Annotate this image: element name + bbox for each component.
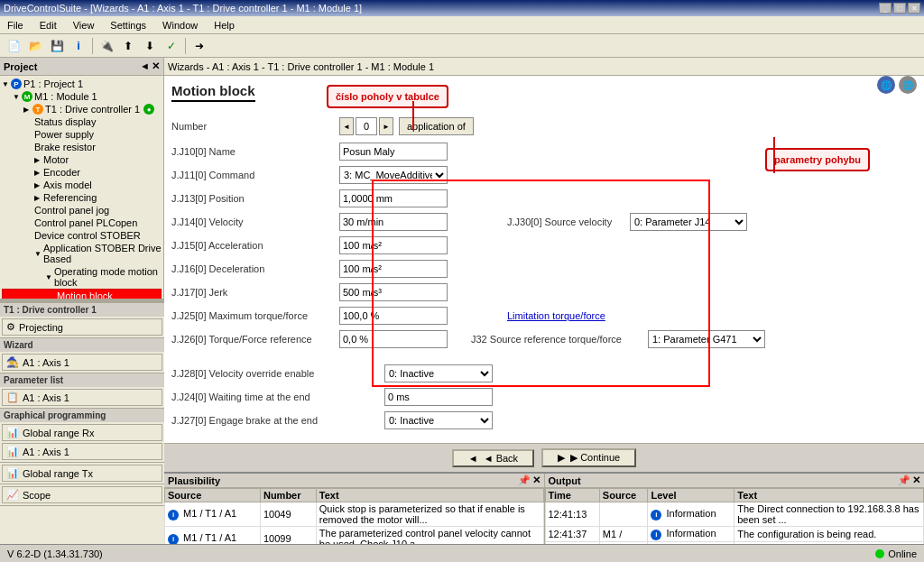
- menu-window[interactable]: Window: [159, 18, 201, 32]
- btn-scope[interactable]: 📈 Scope: [2, 486, 162, 503]
- title-bar: DriveControlSuite - [Wizards - A1 : Axis…: [0, 0, 924, 16]
- menu-edit[interactable]: Edit: [36, 18, 60, 32]
- menu-view[interactable]: View: [69, 18, 98, 32]
- menu-help[interactable]: Help: [210, 18, 238, 32]
- tree-item-status[interactable]: Status display: [2, 115, 162, 128]
- spacer2: [171, 434, 917, 438]
- tree-item-motor[interactable]: ▶Motor: [2, 153, 162, 166]
- output-close-icon[interactable]: ✕: [912, 474, 920, 486]
- plaus-close-icon[interactable]: ✕: [532, 474, 541, 486]
- field-position-input[interactable]: [339, 189, 448, 207]
- toolbar-arrow[interactable]: ➜: [189, 36, 209, 56]
- btn-projecting[interactable]: ⚙ Projecting: [2, 318, 162, 336]
- tree-item-cjog[interactable]: Control panel jog: [2, 204, 162, 217]
- field-torque-ref-input[interactable]: [339, 330, 448, 348]
- wizard-title: Motion block: [171, 83, 255, 102]
- number-row: Number ◄ 0 ► application of: [171, 116, 917, 136]
- maximize-btn[interactable]: □: [893, 3, 906, 14]
- tree-item-controller[interactable]: ▶ T T1 : Drive controller 1 ●: [2, 103, 162, 115]
- field-accel-input[interactable]: [339, 236, 448, 254]
- wizard-area: číslo poholy v tabulce parametry pohybu …: [164, 76, 924, 443]
- toolbar-open[interactable]: 📂: [25, 36, 45, 56]
- plaus-pin-icon[interactable]: 📌: [518, 474, 531, 486]
- menu-bar: File Edit View Settings Window Help: [0, 16, 924, 34]
- tree-item-encoder[interactable]: ▶Encoder: [2, 166, 162, 179]
- toolbar-connect[interactable]: 🔌: [97, 36, 116, 56]
- menu-settings[interactable]: Settings: [106, 18, 150, 32]
- field-command-select[interactable]: 3: MC_MoveAdditive 0: Inactive 1: MC_Mov…: [339, 166, 448, 184]
- next-btn[interactable]: ►: [379, 117, 393, 135]
- wait-input[interactable]: [384, 388, 493, 406]
- project-icon: P: [11, 78, 22, 89]
- project-panel-header: Project ◄ ✕: [0, 58, 163, 76]
- wizard-nav: ◄ ◄ Back ▶ ▶ Continue: [164, 443, 924, 472]
- tree-item-module[interactable]: ▼ M M1 : Module 1: [2, 90, 162, 103]
- toolbar-new[interactable]: 📄: [4, 36, 23, 56]
- minimize-btn[interactable]: _: [879, 3, 892, 14]
- menu-file[interactable]: File: [4, 18, 27, 32]
- tree-item-project[interactable]: ▼ P P1 : Project 1: [2, 78, 162, 90]
- field-command-row: J.J11[0] Command 3: MC_MoveAdditive 0: I…: [171, 165, 917, 185]
- app-of-button[interactable]: application of: [399, 117, 474, 135]
- panel-icon1[interactable]: ◄: [140, 60, 150, 72]
- tree-item-opmode[interactable]: ▼Operating mode motion block: [2, 265, 162, 289]
- field-jerk-input[interactable]: [339, 283, 448, 301]
- globe-icon1[interactable]: 🌐: [877, 76, 895, 94]
- field-position-row: J.J13[0] Position: [171, 189, 917, 208]
- continue-button[interactable]: ▶ ▶ Continue: [541, 448, 636, 467]
- field-decel-row: J.J16[0] Deceleration: [171, 259, 917, 279]
- j32-select[interactable]: 1: Parameter G471 0: Inactive: [648, 330, 765, 348]
- continue-icon: ▶: [558, 452, 565, 464]
- toolbar-upload[interactable]: ⬆: [118, 36, 138, 56]
- number-nav: ◄ 0 ►: [339, 117, 393, 135]
- close-btn[interactable]: ✕: [908, 3, 920, 14]
- tree-item-cplc[interactable]: Control panel PLCopen: [2, 217, 162, 229]
- field-decel-label: J.J16[0] Deceleration: [171, 263, 334, 274]
- btn-global-rx[interactable]: 📊 Global range Rx: [2, 424, 162, 441]
- wizard-icon: 🧙: [6, 356, 19, 368]
- btn-wizard-axis[interactable]: 🧙 A1 : Axis 1: [2, 354, 162, 371]
- back-button[interactable]: ◄ ◄ Back: [452, 449, 534, 467]
- vel-override-select[interactable]: 0: Inactive 1: Active: [384, 364, 493, 382]
- tree-item-app[interactable]: ▼Application STOBER Drive Based: [2, 242, 162, 265]
- field-jerk-row: J.J17[0] Jerk: [171, 282, 917, 302]
- field-torque-input[interactable]: [339, 307, 448, 325]
- bottom-panel: Plausibility 📌 ✕ Source Number Text: [164, 472, 924, 544]
- tree-item-device[interactable]: Device control STOBER: [2, 229, 162, 242]
- field-command-label: J.J11[0] Command: [171, 170, 334, 180]
- brake-select[interactable]: 0: Inactive 1: Active: [384, 411, 493, 429]
- globe-icon2[interactable]: 🌐: [899, 76, 917, 94]
- btn-global-tx[interactable]: 📊 Global range Tx: [2, 465, 162, 482]
- output-pin-icon[interactable]: 📌: [898, 474, 910, 486]
- toolbar-check[interactable]: ✓: [162, 36, 181, 56]
- module-icon: M: [22, 91, 32, 102]
- prev-btn[interactable]: ◄: [339, 117, 354, 135]
- toolbar-info[interactable]: i: [69, 36, 88, 56]
- btn-axis-graph[interactable]: 📊 A1 : Axis 1: [2, 443, 162, 460]
- panel-icon2[interactable]: ✕: [152, 60, 160, 72]
- toolbar-save[interactable]: 💾: [47, 36, 67, 56]
- tree-item-power[interactable]: Power supply: [2, 128, 162, 141]
- out-row-3: 12:41:?? M1 / T1 i Information Preparati…: [545, 541, 924, 544]
- field-torque-ref-row: J.J26[0] Torque/Force reference J32 Sour…: [171, 329, 917, 349]
- limitation-link[interactable]: Limitation torque/force: [507, 310, 605, 321]
- field-torque-row: J.J25[0] Maximum torque/force Limitation…: [171, 306, 917, 326]
- toolbar-download[interactable]: ⬇: [140, 36, 160, 56]
- field-decel-input[interactable]: [339, 260, 448, 278]
- field-torque-ref-label: J.J26[0] Torque/Force reference: [171, 334, 334, 345]
- online-indicator: Online: [875, 548, 917, 559]
- tree-item-axis[interactable]: ▶Axis model: [2, 179, 162, 191]
- field-name-label: J.J10[0] Name: [171, 146, 334, 157]
- content-area: Wizards - A1 : Axis 1 - T1 : Drive contr…: [164, 58, 924, 544]
- out-icon-2: i: [651, 530, 661, 540]
- tree-item-motion-block[interactable]: Motion block: [2, 289, 162, 299]
- param-icon: 📋: [6, 392, 19, 403]
- tree-item-brake-r[interactable]: Brake resistor: [2, 141, 162, 153]
- field-position-label: J.J13[0] Position: [171, 193, 334, 204]
- btn-param-axis[interactable]: 📋 A1 : Axis 1: [2, 389, 162, 406]
- field-velocity-input[interactable]: [339, 213, 448, 231]
- j30-select[interactable]: 0: Parameter J14 1: Analog input: [630, 213, 747, 231]
- tree-item-ref[interactable]: ▶Referencing: [2, 191, 162, 204]
- col-number: Number: [260, 489, 316, 502]
- field-name-input[interactable]: [339, 143, 448, 161]
